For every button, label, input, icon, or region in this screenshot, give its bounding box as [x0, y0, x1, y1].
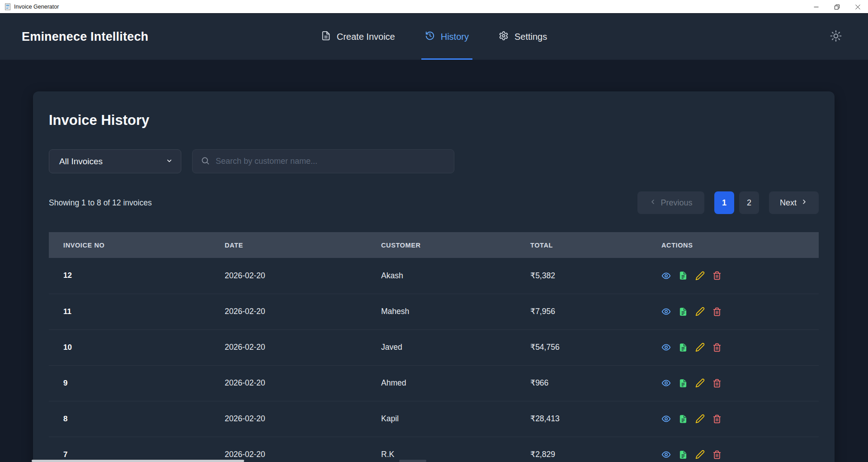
- nav-item-settings[interactable]: Settings: [499, 14, 547, 60]
- total-cell: ₹7,956: [516, 294, 647, 329]
- page-title: Invoice History: [49, 111, 819, 130]
- meta-row: Showing 1 to 8 of 12 invoices Previous 1…: [49, 191, 819, 214]
- next-page-button[interactable]: Next: [769, 191, 819, 214]
- results-summary: Showing 1 to 8 of 12 invoices: [49, 198, 152, 208]
- pencil-icon[interactable]: [695, 414, 705, 424]
- file-invoice-icon[interactable]: [679, 450, 688, 459]
- trash-icon[interactable]: [712, 450, 722, 459]
- eye-icon[interactable]: [661, 450, 671, 459]
- nav-item-create-invoice[interactable]: Create Invoice: [321, 14, 395, 60]
- close-button[interactable]: [847, 0, 868, 14]
- invoice-no-cell: 11: [49, 294, 210, 329]
- minimize-icon: [814, 5, 819, 10]
- invoice-table-body: 12 2026-02-20 Akash ₹5,382: [49, 258, 819, 462]
- table-row: 10 2026-02-20 Javed ₹54,756: [49, 329, 819, 365]
- eye-icon[interactable]: [661, 307, 671, 316]
- trash-icon[interactable]: [712, 379, 722, 388]
- total-cell: ₹966: [516, 365, 647, 401]
- horizontal-scrollbar[interactable]: [0, 459, 868, 462]
- actions-cell: [647, 258, 819, 294]
- chevron-left-icon: [649, 198, 656, 208]
- eye-icon[interactable]: [661, 343, 671, 352]
- total-cell: ₹2,829: [516, 437, 647, 462]
- file-invoice-icon[interactable]: [679, 414, 688, 424]
- actions-cell: [647, 401, 819, 437]
- minimize-button[interactable]: [806, 0, 826, 14]
- header-invoice-no: INVOICE NO: [49, 232, 210, 258]
- row-actions: [661, 307, 819, 316]
- main-nav: Create Invoice History Settings: [321, 14, 547, 60]
- customer-cell: Mahesh: [367, 294, 516, 329]
- trash-icon[interactable]: [712, 271, 722, 280]
- nav-item-history[interactable]: History: [425, 14, 469, 60]
- file-invoice-icon[interactable]: [679, 307, 688, 316]
- row-actions: [661, 343, 819, 352]
- total-cell: ₹28,413: [516, 401, 647, 437]
- actions-cell: [647, 329, 819, 365]
- pencil-icon[interactable]: [695, 307, 705, 316]
- theme-toggle-button[interactable]: [830, 30, 842, 43]
- trash-icon[interactable]: [712, 343, 722, 352]
- search-box: [192, 149, 454, 173]
- invoice-history-card: Invoice History All Invoices Showing 1 t…: [33, 91, 835, 462]
- scrollbar-thumb[interactable]: [32, 460, 244, 462]
- sun-icon: [830, 30, 842, 43]
- date-cell: 2026-02-20: [210, 437, 367, 462]
- trash-icon[interactable]: [712, 307, 722, 316]
- history-icon: [425, 31, 435, 43]
- file-invoice-icon[interactable]: [679, 343, 688, 352]
- header-actions: ACTIONS: [647, 232, 819, 258]
- invoice-no-cell: 8: [49, 401, 210, 437]
- date-cell: 2026-02-20: [210, 365, 367, 401]
- eye-icon[interactable]: [661, 378, 671, 388]
- table-row: 7 2026-02-20 R.K ₹2,829: [49, 437, 819, 462]
- eye-icon[interactable]: [661, 271, 671, 281]
- window-controls: [806, 0, 868, 14]
- invoice-filter-select[interactable]: All Invoices: [49, 149, 181, 173]
- actions-cell: [647, 365, 819, 401]
- trash-icon[interactable]: [712, 414, 722, 424]
- eye-icon[interactable]: [661, 414, 671, 424]
- pencil-icon[interactable]: [695, 271, 705, 281]
- search-icon: [201, 156, 210, 167]
- pagination: Previous 1 2 Next: [637, 191, 819, 214]
- customer-cell: Ahmed: [367, 365, 516, 401]
- actions-cell: [647, 437, 819, 462]
- app-icon: [4, 3, 11, 10]
- page-button-2[interactable]: 2: [739, 191, 759, 214]
- search-input[interactable]: [216, 157, 447, 166]
- file-invoice-icon[interactable]: [679, 379, 688, 388]
- previous-page-button[interactable]: Previous: [637, 191, 704, 214]
- table-row: 11 2026-02-20 Mahesh ₹7,956: [49, 294, 819, 329]
- customer-cell: Akash: [367, 258, 516, 294]
- table-header-row: INVOICE NO DATE CUSTOMER TOTAL ACTIONS: [49, 232, 819, 258]
- file-invoice-icon[interactable]: [679, 271, 688, 280]
- row-actions: [661, 271, 819, 281]
- page-background: Invoice History All Invoices Showing 1 t…: [0, 60, 868, 462]
- actions-cell: [647, 294, 819, 329]
- page-button-1[interactable]: 1: [714, 191, 734, 214]
- chevron-down-icon: [166, 157, 173, 167]
- invoice-no-cell: 9: [49, 365, 210, 401]
- total-cell: ₹54,756: [516, 329, 647, 365]
- customer-cell: Kapil: [367, 401, 516, 437]
- table-row: 12 2026-02-20 Akash ₹5,382: [49, 258, 819, 294]
- nav-label: Create Invoice: [337, 32, 395, 42]
- pencil-icon[interactable]: [695, 450, 705, 459]
- gear-icon: [499, 31, 509, 43]
- nav-label: Settings: [514, 32, 547, 42]
- customer-cell: R.K: [367, 437, 516, 462]
- date-cell: 2026-02-20: [210, 329, 367, 365]
- row-actions: [661, 450, 819, 459]
- filter-row: All Invoices: [49, 149, 819, 173]
- pencil-icon[interactable]: [695, 343, 705, 352]
- row-actions: [661, 414, 819, 424]
- file-text-icon: [321, 31, 331, 43]
- pencil-icon[interactable]: [695, 378, 705, 388]
- close-icon: [855, 5, 860, 10]
- total-cell: ₹5,382: [516, 258, 647, 294]
- header-total: TOTAL: [516, 232, 647, 258]
- restore-button[interactable]: [826, 0, 847, 14]
- row-actions: [661, 378, 819, 388]
- date-cell: 2026-02-20: [210, 258, 367, 294]
